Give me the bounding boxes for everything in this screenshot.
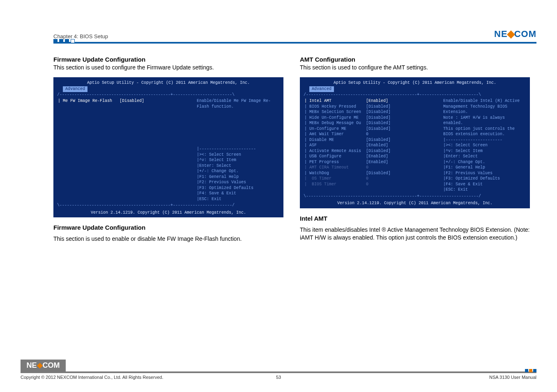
bios-divider: /---------------------------------------… (304, 92, 526, 98)
logo-text-right: COM (43, 361, 60, 370)
bios-setting-row[interactable]: | Activate Remote Assis [Disabled] (304, 148, 440, 154)
bios-title: Aptio Setup Utility - Copyright (C) 2011… (57, 80, 280, 86)
logo-diamond-icon (507, 30, 515, 39)
bios-setting-row[interactable]: | Hide Un-Configure ME [Disabled] (304, 115, 440, 121)
right-desc-2: This item enables/disables Intel ® Activ… (300, 226, 530, 242)
bios-setting-row[interactable]: | PET Progress [Enabled] (304, 159, 440, 165)
left-column: Firmware Update Configuration This secti… (53, 56, 283, 243)
logo-diamond-icon (37, 362, 42, 368)
left-heading: Firmware Update Configuration (53, 56, 283, 63)
page: Chapter 4: BIOS Setup NE COM Firmware Up… (0, 0, 557, 392)
copyright-text: Copyright © 2012 NEXCOM International Co… (21, 375, 163, 380)
left-desc: This section is used to configure the Fi… (53, 64, 283, 71)
bios-key-hint: |F3: Optimized Defaults (443, 176, 525, 182)
bios-help-pane: Enable/Disable Me FW Image Re-Flash func… (195, 97, 280, 203)
doc-title: NSA 3130 User Manual (489, 375, 536, 380)
right-column: AMT Configuration This section is used t… (300, 56, 530, 243)
bios-key-hint: |F4: Save & Exit (197, 191, 279, 196)
header-squares-icon (53, 39, 76, 43)
header-rule-wrap (21, 42, 536, 44)
header-rule (53, 42, 536, 44)
bios-setting-row[interactable]: | Intel AMT [Enabled] (304, 98, 440, 104)
bios-key-hint: |+/-: Change Opt. (443, 159, 525, 165)
page-header: Chapter 4: BIOS Setup NE COM (21, 29, 536, 42)
bios-setting-row[interactable]: | WatchDog [Disabled] (304, 171, 440, 176)
bios-settings-list: | Intel AMT [Enabled]| BIOS Hotkey Press… (304, 97, 442, 194)
bios-divider-bottom: \---------------------------------------… (304, 194, 526, 199)
bios-key-hint: |F2: Previous Values (443, 171, 525, 176)
bios-key-hint: |ESC: Exit (197, 196, 279, 202)
bios-setting-row[interactable]: | OS Timer 0 (304, 176, 440, 182)
bios-body: | Me FW Image Re-Flash [Disabled] Enable… (57, 97, 280, 203)
bios-key-legend: |><: Select Screen|^v: Select Item|Enter… (443, 143, 525, 193)
left-heading-2: Firmware Update Configuration (53, 224, 283, 231)
bios-setting-row[interactable]: | AMT CIRA Timeout 0 (304, 165, 440, 171)
footer-row: Copyright © 2012 NEXCOM International Co… (21, 374, 536, 380)
bios-help-divider: |----------------------- (197, 146, 279, 152)
bios-setting-row[interactable]: | Disable ME [Disabled] (304, 137, 440, 143)
bios-screenshot-firmware: Aptio Setup Utility - Copyright (C) 2011… (53, 77, 283, 218)
bios-key-hint: |F2: Previous Values (197, 180, 279, 185)
bios-key-hint: |^v: Select Item (197, 157, 279, 163)
bios-setting-row[interactable]: | USB Configure [Enabled] (304, 154, 440, 159)
bios-settings-list: | Me FW Image Re-Flash [Disabled] (57, 97, 195, 203)
bios-footer: Version 2.14.1219. Copyright (C) 2011 Am… (304, 201, 526, 206)
right-desc: This section is used to configure the AM… (300, 64, 530, 71)
right-heading: AMT Configuration (300, 56, 530, 63)
bios-key-hint: |><: Select Screen (443, 143, 525, 148)
bios-key-hint: |><: Select Screen (197, 152, 279, 158)
bios-help-text: Enable/Disable Intel (R) Active Manageme… (443, 98, 525, 137)
bios-key-hint: |ESC: Exit (443, 187, 525, 193)
page-number: 53 (276, 375, 281, 380)
logo-text-right: COM (514, 29, 536, 39)
bios-help-pane: Enable/Disable Intel (R) Active Manageme… (442, 97, 526, 194)
footer-logo: NE COM (21, 360, 66, 371)
footer-corner-icon (524, 369, 536, 372)
bios-key-hint: |Enter: Select (443, 154, 525, 159)
bios-key-hint: |+/-: Change Opt. (197, 168, 279, 174)
right-heading-2: Intel AMT (300, 215, 530, 222)
bios-key-hint: |F3: Optimized Defaults (197, 185, 279, 191)
brand-logo: NE COM (494, 29, 536, 39)
bios-body: | Intel AMT [Enabled]| BIOS Hotkey Press… (304, 97, 526, 194)
bios-help-divider: |----------------------- (443, 137, 525, 143)
footer-rule (21, 371, 536, 373)
bios-key-legend: |><: Select Screen|^v: Select Item|Enter… (197, 152, 279, 202)
bios-title: Aptio Setup Utility - Copyright (C) 2011… (304, 80, 526, 86)
bios-tab-advanced[interactable]: Advanced (63, 86, 87, 92)
logo-text-left: NE (494, 29, 508, 39)
left-desc-2: This section is used to enable or disabl… (53, 235, 283, 243)
bios-setting-row[interactable]: | Amt Wait Timer 0 (304, 131, 440, 137)
bios-setting-row[interactable]: | Me FW Image Re-Flash [Disabled] (58, 98, 193, 104)
bios-key-hint: |F4: Save & Exit (443, 182, 525, 187)
bios-key-hint: |F1: General Help (443, 165, 525, 171)
bios-tab-advanced[interactable]: Advanced (309, 86, 334, 92)
bios-divider-bottom: \---------------------------------------… (57, 203, 280, 208)
bios-setting-row[interactable]: | BIOS Timer 0 (304, 182, 440, 187)
content-columns: Firmware Update Configuration This secti… (21, 44, 536, 243)
bios-key-hint: |Enter: Select (197, 163, 279, 169)
bios-screenshot-amt: Aptio Setup Utility - Copyright (C) 2011… (300, 77, 530, 208)
bios-footer: Version 2.14.1219. Copyright (C) 2011 Am… (57, 210, 280, 216)
bios-divider: /---------------------------------------… (57, 92, 280, 98)
bios-setting-row[interactable]: | Un-Configure ME [Disabled] (304, 126, 440, 132)
bios-setting-row[interactable]: | MEBx Debug Message Ou [Disabled] (304, 120, 440, 126)
bios-key-hint: |F1: General Help (197, 174, 279, 180)
bios-setting-row[interactable]: | ASF [Enabled] (304, 143, 440, 148)
bios-setting-row[interactable]: | MEBx Selection Screen [Disabled] (304, 109, 440, 115)
chapter-title: Chapter 4: BIOS Setup (53, 33, 108, 39)
page-footer: NE COM Copyright © 2012 NEXCOM Internati… (21, 361, 536, 380)
bios-help-text: Enable/Disable Me FW Image Re-Flash func… (197, 98, 279, 109)
bios-setting-row[interactable]: | BIOS Hotkey Pressed [Disabled] (304, 104, 440, 110)
logo-text-left: NE (26, 361, 37, 370)
bios-key-hint: |^v: Select Item (443, 148, 525, 154)
